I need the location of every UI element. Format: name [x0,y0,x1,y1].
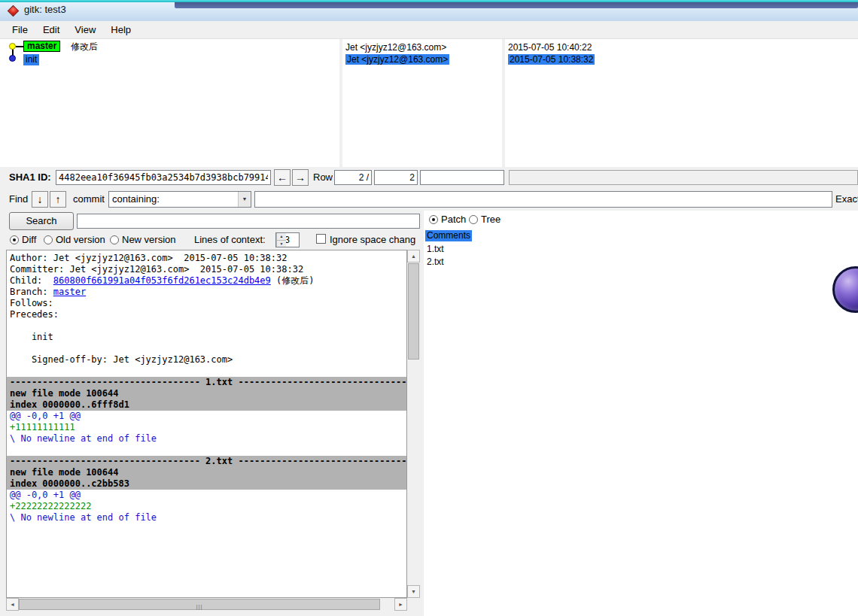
old-version-radio[interactable] [44,235,53,244]
right-arrow-icon: → [295,171,306,184]
author-cell[interactable]: Jet <jyzjyz12@163.com> [345,42,446,53]
file-list-item[interactable]: 1.txt [427,243,444,256]
file-list-item[interactable]: 2.txt [427,256,444,269]
scroll-up-icon[interactable]: ▲ [407,250,420,262]
down-arrow-icon: ↓ [38,193,43,205]
diff-text-segment: +22222222222222 [10,501,91,511]
date-cell-selected[interactable]: 2015-07-05 10:38:32 [508,54,595,65]
diff-text-segment: Precedes: [10,309,64,320]
search-button[interactable]: Search [9,212,74,230]
old-version-label[interactable]: Old version [56,234,105,245]
diff-line-plain [10,366,406,377]
diff-line-noeol: \ No newline at end of file [10,433,406,445]
find-label: Find [9,188,28,211]
branch-label-master[interactable]: master [23,41,60,52]
diff-radio-label[interactable]: Diff [22,234,36,245]
tree-radio[interactable] [469,215,478,224]
lines-of-context-label: Lines of context: [194,234,266,245]
diff-text-segment: \ No newline at end of file [10,512,157,523]
date-cell[interactable]: 2015-07-05 10:40:22 [508,42,592,53]
file-list-comments-selected[interactable]: Comments [425,230,472,241]
diff-line-plain: Committer: Jet <jyzjyz12@163.com> 2015-0… [10,264,406,275]
menu-item-file[interactable]: File [5,23,35,37]
menu-item-view[interactable]: View [67,23,103,37]
ignore-space-label[interactable]: Ignore space chang [330,234,419,245]
find-query-input[interactable] [257,192,829,207]
diff-text-segment: Signed-off-by: Jet <jyzjyz12@163.com> [10,354,233,365]
diff-line-plain [10,343,406,354]
new-version-radio[interactable] [110,235,119,244]
commit-dot-master[interactable] [9,43,16,50]
scroll-left-icon[interactable]: ◄ [6,598,19,611]
spinner-down-icon[interactable]: ▼ [276,240,286,247]
diff-line-hunk: @@ -0,0 +1 @@ [10,490,406,501]
diff-text-segment: @@ -0,0 +1 @@ [10,490,81,500]
diff-text-segment: \ No newline at end of file [10,433,157,444]
commit-dot-init[interactable] [9,55,16,62]
menu-item-edit[interactable]: Edit [35,23,67,37]
bottom-strip [0,611,424,616]
author-text: Jet <jyzjyz12@163.com> [345,42,446,53]
diff-text-segment: index 0000000..c2bb583 [10,478,129,489]
menu-item-help[interactable]: Help [103,23,138,37]
sha1-label: SHA1 ID: [9,167,51,188]
commit-subject-init-selected[interactable]: init [23,54,39,65]
search-query-input[interactable] [80,214,417,228]
containing-dropdown[interactable]: containing: ▼ [108,191,251,208]
diff-line-plain: init [10,332,406,343]
search-query-wrap [77,214,420,229]
spinner-up-icon[interactable]: ▲ [276,233,286,240]
diff-text-segment: +11111111111 [10,422,75,432]
commit-subject-master[interactable]: 修改后 [71,41,98,53]
diff-line-add: +22222222222222 [10,501,406,512]
diff-line-filesep: index 0000000..6fff8d1 [7,399,406,411]
diff-detail-pane[interactable]: Author: Jet <jyzjyz12@163.com> 2015-07-0… [6,250,407,598]
ignore-space-checkbox[interactable] [316,234,326,244]
diff-text-segment: Child: [10,275,53,286]
author-cell-selected[interactable]: Jet <jyzjyz12@163.com> [345,54,449,65]
patch-radio-label[interactable]: Patch [441,214,466,226]
diff-horizontal-scrollbar[interactable]: ◄ ||| ► [6,598,407,611]
diff-text-segment: ----------------------------------- 1.tx… [10,377,407,387]
diff-vertical-scrollbar[interactable]: ▲ ▼ [407,250,420,598]
nav-back-button[interactable]: ← [274,169,291,186]
new-version-label[interactable]: New version [122,234,176,245]
commit-link[interactable]: 860800f661991a04f053f6fd261ec153c24db4e9 [53,275,271,286]
menubar: FileEditViewHelp [0,21,858,39]
diff-line-add: +11111111111 [10,422,406,433]
commit-graph-panel[interactable]: master 修改后 init [0,39,339,167]
diff-line-plain: Signed-off-by: Jet <jyzjyz12@163.com> [10,354,406,366]
diff-text-segment: Follows: [10,298,59,308]
nav-forward-button[interactable]: → [292,169,309,186]
row-total-field: 2 [374,170,418,185]
date-text: 2015-07-05 10:38:32 [508,54,595,65]
author-panel[interactable]: Jet <jyzjyz12@163.com> Jet <jyzjyz12@163… [342,39,502,167]
patch-radio[interactable] [429,215,438,224]
commit-link[interactable]: master [53,287,86,297]
window-title: gitk: test3 [24,0,66,20]
diff-text-segment: Committer: Jet <jyzjyz12@163.com> 2015-0… [10,264,303,275]
scroll-down-icon[interactable]: ▼ [407,585,420,598]
date-panel[interactable]: 2015-07-05 10:40:22 2015-07-05 10:38:32 [505,39,858,167]
diff-line-filesep: new file mode 100644 [7,467,406,478]
diff-line-plain: Child: 860800f661991a04f053f6fd261ec153c… [10,275,406,287]
titlebar: gitk: test3 [0,0,858,21]
diff-radio[interactable] [10,235,19,244]
horizontal-scrollbar-thumb[interactable]: ||| [19,599,380,610]
find-next-button[interactable]: ↓ [32,191,48,208]
row-position-field: 2 / [334,170,372,185]
row-label: Row [313,167,333,188]
vertical-scrollbar-thumb[interactable] [408,263,419,360]
diff-line-plain [10,320,406,332]
date-text: 2015-07-05 10:40:22 [508,42,592,53]
scroll-right-icon[interactable]: ► [394,598,407,611]
tree-radio-label[interactable]: Tree [481,214,500,226]
diff-text-segment: Branch: [10,287,53,297]
left-arrow-icon: ← [277,171,288,184]
diff-text-segment: (修改后) [271,275,315,286]
find-prev-button[interactable]: ↑ [50,191,66,208]
lines-of-context-spinner[interactable]: 3 ▲ ▼ [275,232,300,247]
graph-horizontal-scrollbar[interactable] [509,170,858,185]
sha1-input[interactable] [59,171,268,184]
diff-text-segment: Author: Jet <jyzjyz12@163.com> 2015-07-0… [10,253,287,263]
